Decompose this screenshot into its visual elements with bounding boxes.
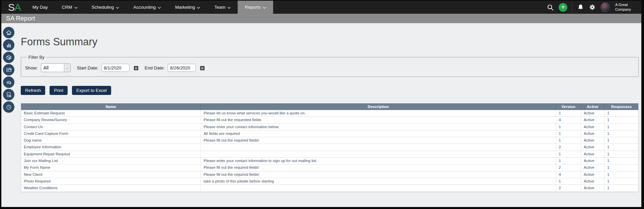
chevron-down-icon — [263, 5, 266, 10]
chevron-down-icon — [227, 5, 231, 10]
calendar-icon[interactable] — [199, 65, 205, 71]
cell-responses: 1 — [605, 171, 638, 178]
cell-responses: 1 — [605, 144, 638, 150]
table-header-row: Name Description Version Active Response… — [21, 103, 638, 110]
refresh-button[interactable]: Refresh — [21, 86, 45, 95]
table-row[interactable]: Join our Mailing List Please enter your … — [21, 158, 638, 164]
cell-responses: 1 — [605, 117, 638, 123]
cell-responses: 1 — [605, 178, 638, 185]
column-header-active[interactable]: Active — [581, 103, 605, 110]
cell-description — [201, 151, 556, 157]
table-row[interactable]: Employee Information 2 Active 1 — [21, 144, 638, 151]
cell-version: 2 — [556, 164, 581, 171]
table-row[interactable]: Equipment Repair Request 1 Active 1 — [21, 151, 638, 158]
cell-name: New Client — [21, 171, 201, 178]
cell-active: Active — [581, 171, 605, 178]
cell-active: Active — [581, 158, 605, 164]
cell-responses: 1 — [605, 158, 638, 164]
table-row[interactable]: My Form Name Please fill out the require… — [21, 164, 638, 171]
cell-name: Photo Required — [21, 178, 201, 185]
cell-version: 1 — [556, 137, 581, 144]
bar-chart-icon[interactable] — [3, 39, 14, 51]
cell-description: All fields are required — [201, 130, 556, 137]
cell-name: Contact Us — [21, 124, 201, 130]
cell-responses: 1 — [605, 130, 638, 137]
nav-item-crm[interactable]: CRM — [55, 1, 85, 14]
table-row[interactable]: Company Review/Survey Please fill out th… — [21, 117, 638, 123]
cell-active: Active — [581, 110, 605, 116]
export-to-excel-button[interactable]: Export to Excel — [72, 86, 111, 95]
nav-item-marketing[interactable]: Marketing — [168, 1, 207, 14]
chevron-down-icon — [158, 5, 161, 10]
cell-description: Please fill out the required fields! — [201, 171, 556, 178]
cell-description — [201, 144, 556, 150]
gauge-icon[interactable] — [3, 76, 14, 88]
cell-name: Join our Mailing List — [21, 158, 201, 164]
home-icon[interactable] — [3, 27, 14, 38]
table-row[interactable]: Dog name Please fill out the required fi… — [21, 137, 638, 144]
nav-item-team[interactable]: Team — [207, 1, 238, 14]
start-date-label: Start Date: — [77, 65, 99, 70]
column-header-name[interactable]: Name — [21, 103, 201, 110]
cell-description: Please enter your contact information to… — [201, 158, 556, 164]
show-select-value: All — [41, 64, 64, 72]
cell-active: Active — [581, 151, 605, 157]
filter-panel: Filter By Show: All ⌄ Start Date: End Da… — [21, 55, 639, 77]
cell-name: Equipment Repair Request — [21, 151, 201, 157]
table-row[interactable]: Photo Required take a photo of this jobs… — [21, 178, 638, 185]
cell-active: Active — [581, 178, 605, 185]
notifications-icon[interactable] — [577, 4, 584, 11]
column-header-responses[interactable]: Responses — [605, 103, 638, 110]
nav-item-reports[interactable]: Reports — [238, 1, 273, 14]
cell-version: 1 — [556, 110, 581, 116]
table-row[interactable]: New Client Please fill out the required … — [21, 171, 638, 178]
cell-active: Active — [581, 164, 605, 171]
main-content: Forms Summary Filter By Show: All ⌄ Star… — [16, 23, 641, 207]
forms-icon[interactable] — [3, 64, 14, 75]
package-icon[interactable] — [3, 52, 14, 63]
show-select[interactable]: All ⌄ — [41, 63, 71, 72]
cell-name: Dog name — [21, 137, 201, 144]
report-title-bar: SA Report — [1, 14, 641, 23]
cell-name: Weather Conditions — [21, 185, 201, 191]
filter-legend: Filter By — [27, 55, 46, 60]
nav-item-accounting[interactable]: Accounting — [126, 1, 168, 14]
settings-gear-icon[interactable] — [589, 4, 596, 11]
table-row[interactable]: Credit Card Capture Form All fields are … — [21, 130, 638, 137]
table-row[interactable]: Weather Conditions 2 Active 1 — [21, 185, 638, 192]
cell-version: 4 — [556, 171, 581, 178]
cell-description — [201, 185, 556, 191]
nav-divider — [572, 2, 572, 12]
search-icon[interactable] — [547, 4, 554, 11]
cell-version: 1 — [556, 130, 581, 137]
cell-name: My Form Name — [21, 164, 201, 171]
column-header-version[interactable]: Version — [556, 103, 581, 110]
table-row[interactable]: Contact Us Please enter your contact inf… — [21, 124, 638, 130]
cell-responses: 1 — [605, 164, 638, 171]
report-add-icon[interactable] — [3, 89, 14, 100]
start-date-input[interactable] — [101, 64, 130, 72]
cell-version: 1 — [556, 124, 581, 130]
action-buttons: Refresh Print Export to Excel — [21, 86, 639, 95]
table-row[interactable]: Basic Estimate Request Please let us kno… — [21, 110, 638, 117]
cell-description: Please fill out the required fields! — [201, 137, 556, 144]
column-header-description[interactable]: Description — [201, 103, 556, 110]
add-icon[interactable]: + — [559, 3, 567, 12]
user-avatar[interactable] — [600, 2, 611, 12]
calendar-icon[interactable] — [133, 65, 139, 71]
nav-item-my-day[interactable]: My Day — [25, 1, 55, 14]
cell-active: Active — [581, 130, 605, 137]
end-date-input[interactable] — [168, 64, 196, 72]
logo-letter-a: A — [14, 2, 21, 13]
chevron-down-icon — [74, 5, 78, 10]
cell-version: 2 — [556, 185, 581, 191]
report-title: SA Report — [6, 15, 35, 22]
print-button[interactable]: Print — [50, 86, 68, 95]
cell-name: Company Review/Survey — [21, 117, 201, 123]
cell-responses: 1 — [605, 185, 638, 191]
clock-icon[interactable] — [3, 101, 14, 113]
nav-item-scheduling[interactable]: Scheduling — [85, 1, 127, 14]
cell-responses: 1 — [605, 137, 638, 144]
cell-description: Please enter your contact information be… — [201, 124, 556, 130]
cell-version: 1 — [556, 151, 581, 157]
